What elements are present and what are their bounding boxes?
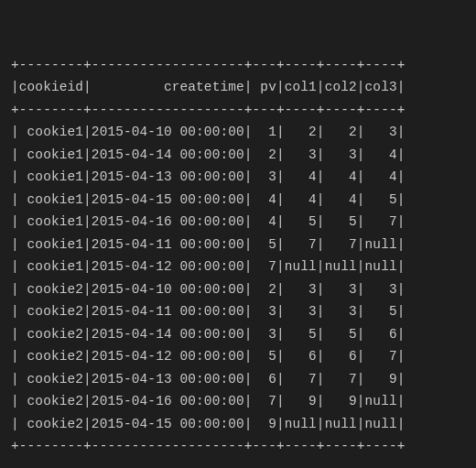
- ascii-table-output: +--------+-------------------+---+----+-…: [11, 54, 467, 458]
